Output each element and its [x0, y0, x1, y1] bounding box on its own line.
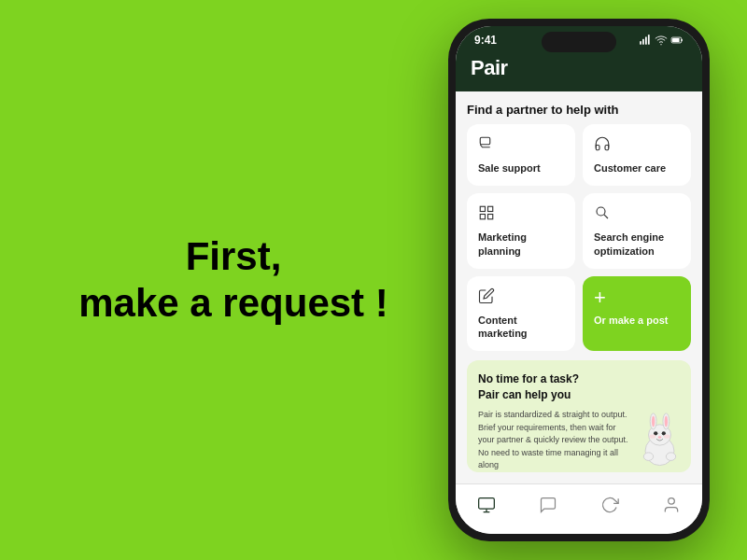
- chat-bubble-icon: [478, 135, 495, 152]
- headline-line1: First,: [78, 233, 388, 280]
- svg-point-22: [662, 431, 666, 435]
- info-card: No time for a task? Pair can help you Pa…: [467, 360, 691, 472]
- service-card-seo[interactable]: Search engine optimization: [583, 193, 691, 269]
- find-section-title: Find a partner to help with: [467, 103, 691, 117]
- info-card-text: Pair is standardized & straight to outpu…: [478, 409, 629, 472]
- svg-point-20: [665, 415, 668, 427]
- phone-screen: 9:41 Pair Find a partner to help with: [456, 26, 702, 534]
- svg-rect-11: [480, 215, 485, 219]
- service-card-content[interactable]: Content marketing: [467, 276, 575, 352]
- svg-rect-1: [642, 39, 644, 45]
- monitor-icon: [477, 496, 496, 514]
- headphones-svg-icon: [594, 135, 611, 152]
- svg-rect-9: [480, 207, 485, 212]
- app-header: Pair: [456, 50, 702, 91]
- svg-point-25: [664, 435, 670, 439]
- grid-svg-icon: [478, 204, 495, 221]
- svg-rect-12: [488, 215, 493, 219]
- headline: First, make a request !: [78, 233, 388, 328]
- svg-point-27: [666, 453, 675, 461]
- message-icon: [539, 496, 557, 514]
- signal-icon: [639, 34, 652, 47]
- svg-point-18: [652, 415, 655, 427]
- headphones-icon: [594, 135, 680, 156]
- svg-rect-7: [672, 38, 680, 42]
- find-section: Find a partner to help with Sale support: [467, 103, 691, 351]
- phone-wrapper: 9:41 Pair Find a partner to help with: [430, 9, 747, 551]
- info-card-title: No time for a task? Pair can help you: [478, 371, 680, 403]
- svg-rect-10: [488, 207, 493, 212]
- app-title: Pair: [471, 56, 687, 80]
- app-content: Find a partner to help with Sale support: [456, 91, 702, 483]
- svg-rect-6: [682, 39, 683, 41]
- nav-profile[interactable]: [653, 492, 690, 523]
- search-svg-icon: [594, 204, 611, 221]
- svg-point-4: [660, 44, 661, 45]
- svg-point-21: [654, 431, 657, 435]
- edit-icon: [478, 287, 564, 308]
- nav-chat[interactable]: [529, 492, 567, 523]
- svg-rect-3: [648, 35, 650, 45]
- service-card-make-post[interactable]: + Or make a post: [583, 276, 691, 352]
- chat-icon: [478, 135, 564, 156]
- headline-line2: make a request !: [78, 280, 388, 327]
- dynamic-island: [542, 32, 616, 52]
- wifi-icon: [655, 34, 668, 47]
- content-label: Content marketing: [478, 314, 564, 341]
- svg-point-13: [597, 207, 605, 216]
- seo-label: Search engine optimization: [594, 231, 680, 258]
- grid-icon: [478, 204, 564, 225]
- service-grid: Sale support Customer care: [467, 124, 691, 351]
- status-time: 9:41: [474, 34, 497, 47]
- svg-rect-2: [645, 37, 647, 45]
- service-card-customer-care[interactable]: Customer care: [583, 124, 691, 186]
- nav-home[interactable]: [468, 492, 505, 523]
- search-icon: [594, 204, 680, 225]
- left-section: First, make a request !: [0, 215, 430, 346]
- make-post-label: Or make a post: [594, 314, 680, 327]
- plus-icon: +: [594, 287, 680, 308]
- bunny-mascot-icon: [634, 413, 685, 469]
- nav-refresh[interactable]: [591, 492, 628, 523]
- marketing-label: Marketing planning: [478, 231, 564, 258]
- svg-point-31: [669, 498, 675, 505]
- svg-rect-28: [479, 498, 495, 510]
- status-icons: [639, 34, 684, 47]
- sale-support-label: Sale support: [478, 161, 564, 175]
- service-card-sale-support[interactable]: Sale support: [467, 124, 575, 186]
- service-card-marketing[interactable]: Marketing planning: [467, 193, 575, 269]
- svg-rect-8: [480, 137, 490, 145]
- svg-line-14: [604, 215, 608, 218]
- edit-svg-icon: [478, 287, 495, 304]
- customer-care-label: Customer care: [594, 161, 680, 175]
- phone-device: 9:41 Pair Find a partner to help with: [448, 19, 710, 541]
- user-icon: [662, 496, 681, 514]
- svg-point-24: [649, 435, 655, 439]
- bottom-nav: [456, 483, 702, 534]
- svg-point-23: [658, 436, 661, 439]
- svg-point-26: [643, 453, 653, 461]
- svg-rect-0: [640, 41, 641, 45]
- refresh-icon: [600, 496, 619, 514]
- battery-icon: [670, 34, 684, 47]
